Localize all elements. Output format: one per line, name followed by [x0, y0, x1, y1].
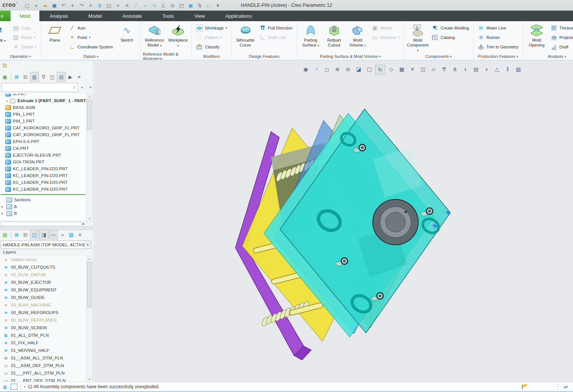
- layer-scope-caret-icon[interactable]: ▼: [85, 241, 91, 249]
- catalog-button[interactable]: TCatalog: [430, 33, 470, 42]
- tree-item[interactable]: KC_LEADER_PIN-D20.PRT: [0, 179, 86, 186]
- diameter-icon[interactable]: ⊘: [168, 1, 177, 9]
- section-item-a[interactable]: ▸A: [0, 203, 86, 210]
- tree-item[interactable]: EJECTOR-SLEEVE.PRT: [0, 152, 86, 159]
- search-input[interactable]: ✕: [2, 83, 78, 92]
- tree-item[interactable]: PIN_1.PRT: [0, 111, 86, 118]
- expand-view-icon[interactable]: ◰: [177, 1, 186, 9]
- model-tree-tab-icon[interactable]: ▣: [1, 72, 9, 81]
- repaint-icon[interactable]: ◪: [354, 65, 363, 74]
- relations-icon[interactable]: ⋔: [450, 65, 459, 74]
- layer-item[interactable]: ≡00_BUW_DATUM: [0, 271, 86, 278]
- scroll-down-icon[interactable]: ▼: [87, 216, 92, 221]
- layer-item[interactable]: ▱01___PRT_DEF_DTM_PLN: [0, 377, 86, 382]
- group-label[interactable]: Parting Surface & Mold Volume ▾: [299, 53, 402, 60]
- projected-area-button[interactable]: Projected Area: [549, 33, 573, 42]
- coordinate-system-button[interactable]: ∟Coordinate System: [67, 42, 115, 51]
- layer-options-icon[interactable]: ≡: [76, 230, 84, 239]
- layer-item[interactable]: ≡00_BUW_SCREW: [0, 324, 86, 331]
- redo-icon[interactable]: ↷: [77, 1, 86, 9]
- layer-item[interactable]: ≡00_BUW_REFPLANES: [0, 316, 86, 324]
- layer-item[interactable]: ≡01_FIX_HALF: [0, 339, 86, 347]
- tree-item[interactable]: KC_LEADER_PIN-D20.PRT: [0, 172, 86, 179]
- tree-item[interactable]: EPH-5-5.PRT: [0, 138, 86, 145]
- graph-icon[interactable]: ∟: [204, 1, 213, 9]
- save-icon[interactable]: ▣: [50, 1, 59, 9]
- regenerate-status-icon[interactable]: ⇄: [562, 384, 569, 390]
- model-tree-scrollbar[interactable]: ▲ ▼: [86, 94, 93, 222]
- plane-button[interactable]: Plane: [43, 22, 67, 43]
- group-label[interactable]: Operation ▾: [2, 53, 39, 60]
- layer-settings-icon[interactable]: ▤: [67, 230, 75, 239]
- tree-item[interactable]: KC_LEADER_PIN-D20.PRT: [0, 165, 86, 172]
- layer-item[interactable]: ▱01__ASM_DEF_DTM_PLN: [0, 362, 86, 369]
- shadow-icon[interactable]: ◖: [482, 65, 491, 74]
- layer-item[interactable]: ≡Hidden Items: [0, 256, 86, 263]
- sketch-button[interactable]: ∿Sketch: [115, 22, 139, 43]
- pattern-button[interactable]: ∷Pattern▾: [195, 33, 229, 42]
- section-item-b[interactable]: ▸B: [0, 210, 86, 217]
- parting-surface-display-icon[interactable]: ▱: [429, 65, 438, 74]
- rename-button[interactable]: ▭Rename▾: [370, 33, 401, 42]
- layer-scope-dropdown[interactable]: HANDLE-PIN.ASM (TOP MODEL, ACTIVE): [1, 241, 86, 249]
- view-manager-icon[interactable]: ◇: [386, 65, 396, 74]
- copy-button[interactable]: ▤Copy: [11, 23, 38, 33]
- model-tree-hscrollbar[interactable]: ▶: [0, 221, 86, 226]
- refit-icon[interactable]: ◻: [322, 65, 332, 74]
- component-display-icon[interactable]: ▤: [471, 65, 481, 74]
- spin-center-icon[interactable]: ◔: [311, 65, 321, 74]
- expand-layers-icon[interactable]: ⊞: [12, 230, 21, 239]
- undo-icon[interactable]: ↶: [59, 1, 68, 9]
- layer-item[interactable]: ≡00_BUW_GUIDE: [0, 294, 86, 301]
- capture-icon[interactable]: ▦: [397, 65, 406, 74]
- tree-item[interactable]: CA.PRT: [0, 145, 86, 152]
- tree-display-icon[interactable]: ◫: [48, 72, 56, 81]
- warnings-icon[interactable]: △: [492, 65, 502, 74]
- draft-line-button[interactable]: ◺Draft Line: [258, 33, 294, 42]
- angle-icon[interactable]: ∠: [159, 1, 168, 9]
- tab-model[interactable]: Model: [78, 11, 112, 21]
- tab-view[interactable]: View: [184, 11, 215, 21]
- mold-component-button[interactable]: MoldComponent ▾: [406, 22, 430, 53]
- tree-item[interactable]: KC_LEADER_PIN-D20.PRT: [0, 186, 86, 193]
- search-caret-icon[interactable]: ▾: [78, 83, 86, 92]
- new-window-icon[interactable]: ◱: [104, 1, 114, 9]
- regen-manager-icon[interactable]: ≣: [95, 1, 104, 9]
- layers-view-icon[interactable]: ▤: [57, 72, 66, 82]
- spline-icon[interactable]: ∿: [150, 1, 159, 9]
- layer-item[interactable]: ≡00_BUW_EQUIPMENT: [0, 286, 86, 294]
- tree-item[interactable]: CAT_KOROKORO_GRIP_FL.PRT: [0, 124, 86, 131]
- tab-analysis[interactable]: Analysis: [39, 11, 78, 21]
- round-display-icon[interactable]: ◗: [461, 65, 470, 74]
- sections-header[interactable]: Sections: [0, 196, 86, 203]
- group-label[interactable]: Analysis ▾: [525, 53, 573, 60]
- layer-item[interactable]: ≡00_BUW_EJECTOR: [0, 278, 86, 286]
- corner-dimension-icon[interactable]: ⌐: [141, 1, 150, 9]
- refpart-cutout-button[interactable]: RefpartCutout: [322, 22, 346, 48]
- xyz-dims-icon[interactable]: ⇅: [195, 1, 204, 9]
- mold-volume-button[interactable]: MoldVolume ▾: [346, 22, 369, 48]
- expand-arrow-icon[interactable]: ▸: [2, 205, 5, 208]
- tree-options-icon[interactable]: ≡: [75, 72, 83, 81]
- classify-button[interactable]: Classify: [195, 42, 229, 51]
- clear-search-icon[interactable]: ✕: [73, 85, 76, 90]
- thickness-button[interactable]: 3DThickness: [549, 23, 573, 33]
- scroll-up-icon[interactable]: ▲: [87, 256, 92, 261]
- annotation-display-icon[interactable]: ✕: [408, 65, 417, 74]
- undo-caret-icon[interactable]: ▾: [68, 1, 77, 9]
- layer-item[interactable]: ≋01__ASM_ALL_DTM_PLN: [0, 354, 86, 362]
- silhouette-curve-button[interactable]: SilhouetteCurve: [234, 22, 257, 48]
- collapse-all-icon[interactable]: ⊟: [21, 72, 30, 81]
- select-items-icon[interactable]: ▶: [66, 72, 75, 81]
- new-file-icon[interactable]: ▢: [23, 1, 32, 9]
- designate-icon[interactable]: ◫: [418, 65, 428, 74]
- group-label[interactable]: Datum ▾: [43, 53, 139, 60]
- layer-tree-tab-icon[interactable]: ▤: [1, 230, 9, 239]
- material-ball-icon[interactable]: ●: [32, 1, 41, 9]
- scroll-up-icon[interactable]: ▲: [87, 94, 92, 99]
- layer-scrollbar[interactable]: ▲ ▼: [86, 256, 93, 382]
- scroll-right-icon[interactable]: ▶: [81, 221, 86, 226]
- add-search-icon[interactable]: ＋: [86, 83, 93, 92]
- display-style-icon[interactable]: ▢: [364, 65, 374, 74]
- mold-assembly-3d-view[interactable]: [93, 61, 573, 382]
